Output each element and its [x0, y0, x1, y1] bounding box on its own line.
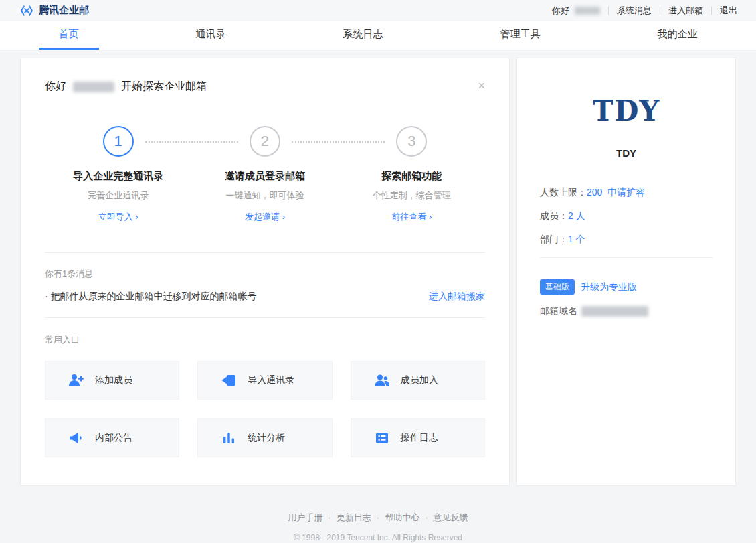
- upgrade-link[interactable]: 升级为专业版: [581, 281, 637, 293]
- request-expansion-link[interactable]: 申请扩容: [607, 187, 645, 198]
- shortcut-label: 添加成员: [95, 374, 132, 386]
- add-member-icon: [68, 372, 84, 388]
- onboarding-steps: 1 导入企业完整通讯录 完善企业通讯录 立即导入 › 2 邀请成员登录邮箱 一键…: [45, 126, 485, 223]
- step-invite-members: 2 邀请成员登录邮箱 一键通知，即可体验 发起邀请 ›: [191, 126, 338, 223]
- shortcut-label: 统计分析: [248, 432, 285, 444]
- shortcuts-section: 常用入口 添加成员: [45, 334, 485, 457]
- greeting-text: 你好: [552, 5, 569, 17]
- tab-my-company[interactable]: 我的企业: [638, 21, 718, 50]
- go-view-link[interactable]: 前往查看 ›: [391, 212, 432, 222]
- separator: [608, 7, 609, 15]
- department-count-label: 部门：: [540, 234, 568, 244]
- shortcut-label: 内部公告: [95, 432, 132, 444]
- footer-link-help-center[interactable]: 帮助中心: [385, 512, 419, 522]
- shortcut-label: 成员加入: [401, 374, 438, 386]
- step-number-badge: 1: [103, 126, 134, 157]
- step-title: 探索邮箱功能: [339, 170, 485, 183]
- footer-links: 用户手册·更新日志·帮助中心·意见反馈: [0, 512, 756, 524]
- onboarding-card: 你好开始探索企业邮箱 × 1 导入企业完整通讯录 完善企业通讯录 立即导入 › …: [20, 58, 510, 486]
- company-name: TDY: [540, 147, 713, 159]
- member-count-line: 成员：2 人: [540, 210, 713, 222]
- footer-link-changelog[interactable]: 更新日志: [337, 512, 371, 522]
- topbar-link-logout[interactable]: 退出: [720, 5, 737, 17]
- footer-link-feedback[interactable]: 意见反馈: [434, 512, 468, 522]
- onboarding-title-suffix: 开始探索企业邮箱: [121, 80, 207, 92]
- step-title: 导入企业完整通讯录: [45, 170, 191, 183]
- redacted-mail-domain: [581, 306, 648, 317]
- member-limit-line: 人数上限：200申请扩容: [540, 187, 713, 199]
- separator: [711, 7, 712, 15]
- announcement-icon: [68, 430, 84, 446]
- shortcut-operation-log[interactable]: 操作日志: [351, 418, 485, 457]
- shortcuts-header: 常用入口: [45, 334, 485, 346]
- mailbox-migration-link[interactable]: 进入邮箱搬家: [429, 291, 485, 303]
- member-limit-value: 200: [587, 187, 602, 198]
- company-info: 人数上限：200申请扩容 成员：2 人 部门：1 个: [540, 187, 713, 246]
- shortcut-member-join[interactable]: 成员加入: [351, 361, 485, 400]
- topbar: 腾讯企业邮 你好 系统消息 进入邮箱 退出: [0, 0, 756, 21]
- brand: 腾讯企业邮: [20, 4, 89, 17]
- member-count-value[interactable]: 2 人: [568, 210, 585, 221]
- mail-domain-label: 邮箱域名: [540, 305, 577, 316]
- send-invite-link[interactable]: 发起邀请 ›: [245, 212, 285, 222]
- department-count-value[interactable]: 1 个: [568, 234, 585, 244]
- message-item: · 把邮件从原来的企业邮箱中迁移到对应的邮箱帐号 进入邮箱搬家: [45, 291, 485, 318]
- import-contacts-icon: [221, 372, 237, 388]
- separator: ·: [328, 512, 330, 522]
- tab-admin-tools[interactable]: 管理工具: [480, 21, 561, 50]
- step-desc: 个性定制，综合管理: [339, 189, 485, 202]
- exmail-logo-icon: [20, 4, 33, 17]
- close-icon[interactable]: ×: [478, 80, 485, 92]
- member-join-icon: [374, 372, 390, 388]
- topbar-link-enter-mailbox[interactable]: 进入邮箱: [668, 5, 703, 17]
- company-card: TDY TDY 人数上限：200申请扩容 成员：2 人 部门：1 个 基础版 升…: [516, 58, 736, 486]
- messages-header: 你有1条消息: [45, 268, 485, 280]
- onboarding-title-prefix: 你好: [45, 80, 66, 92]
- messages-section: 你有1条消息 · 把邮件从原来的企业邮箱中迁移到对应的邮箱帐号 进入邮箱搬家: [45, 252, 485, 318]
- step-import-contacts: 1 导入企业完整通讯录 完善企业通讯录 立即导入 ›: [45, 126, 191, 223]
- shortcut-label: 导入通讯录: [248, 374, 294, 386]
- step-number-badge: 2: [250, 126, 280, 157]
- step-title: 邀请成员登录邮箱: [191, 170, 338, 183]
- step-desc: 一键通知，即可体验: [191, 189, 338, 202]
- department-count-line: 部门：1 个: [540, 234, 713, 246]
- topbar-link-system-messages[interactable]: 系统消息: [617, 5, 652, 17]
- step-explore-features: 3 探索邮箱功能 个性定制，综合管理 前往查看 ›: [339, 126, 485, 223]
- copyright: © 1998 - 2019 Tencent Inc. All Rights Re…: [0, 533, 756, 542]
- divider: [540, 257, 713, 258]
- tab-home[interactable]: 首页: [39, 21, 99, 50]
- tab-system-log[interactable]: 系统日志: [323, 21, 403, 50]
- company-logo: TDY: [540, 94, 713, 127]
- footer: 用户手册·更新日志·帮助中心·意见反馈 © 1998 - 2019 Tencen…: [0, 486, 756, 543]
- shortcut-statistics[interactable]: 统计分析: [197, 418, 332, 457]
- redacted-username: [73, 82, 114, 92]
- footer-link-user-manual[interactable]: 用户手册: [288, 512, 322, 522]
- topbar-right: 你好 系统消息 进入邮箱 退出: [552, 5, 737, 17]
- brand-name: 腾讯企业邮: [39, 4, 89, 17]
- member-count-label: 成员：: [540, 210, 568, 221]
- separator: ·: [425, 512, 428, 522]
- shortcut-announcement[interactable]: 内部公告: [45, 418, 179, 457]
- message-text: · 把邮件从原来的企业邮箱中迁移到对应的邮箱帐号: [45, 291, 257, 303]
- statistics-icon: [221, 430, 237, 446]
- tab-contacts[interactable]: 通讯录: [176, 21, 246, 50]
- shortcut-label: 操作日志: [401, 432, 438, 444]
- main-content: 你好开始探索企业邮箱 × 1 导入企业完整通讯录 完善企业通讯录 立即导入 › …: [0, 50, 756, 486]
- shortcut-add-member[interactable]: 添加成员: [45, 361, 179, 400]
- step-number-badge: 3: [396, 126, 427, 157]
- edition-badge: 基础版: [540, 279, 575, 295]
- redacted-username: [575, 7, 600, 15]
- main-nav: 首页 通讯录 系统日志 管理工具 我的企业: [0, 21, 756, 50]
- mail-domain-row: 邮箱域名: [540, 305, 713, 317]
- step-desc: 完善企业通讯录: [45, 189, 191, 202]
- import-now-link[interactable]: 立即导入 ›: [98, 212, 138, 222]
- shortcut-import-contacts[interactable]: 导入通讯录: [197, 361, 332, 400]
- edition-row: 基础版 升级为专业版: [540, 279, 713, 295]
- operation-log-icon: [374, 430, 390, 446]
- member-limit-label: 人数上限：: [540, 187, 587, 198]
- separator: ·: [377, 512, 379, 522]
- onboarding-title: 你好开始探索企业邮箱: [45, 80, 207, 94]
- separator: [660, 7, 660, 15]
